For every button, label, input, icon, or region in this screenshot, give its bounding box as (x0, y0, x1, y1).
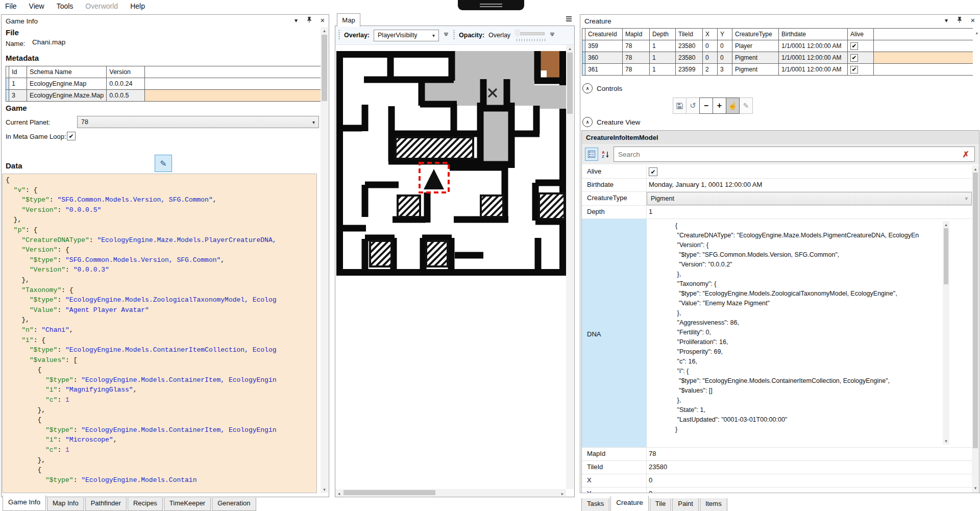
col-y[interactable]: Y (718, 29, 732, 40)
panel-menu-icon[interactable]: ▾ (942, 17, 950, 24)
scrollbar-thumb[interactable] (973, 173, 978, 448)
close-icon[interactable]: × (969, 16, 977, 25)
controls-expander[interactable]: ∧ Controls (582, 83, 622, 93)
alive-checkbox[interactable]: ✔ (850, 66, 858, 74)
property-row-depth[interactable]: Depth 1 (582, 206, 972, 219)
toolbar-grip[interactable] (453, 30, 455, 40)
property-row-birthdate[interactable]: Birthdate Monday, January 1, 0001 12:00:… (582, 179, 972, 192)
collapse-icon[interactable]: ∧ (582, 117, 593, 127)
col-x[interactable]: X (703, 29, 718, 40)
tab-map[interactable]: Map (337, 13, 360, 27)
scrollbar-thumb[interactable] (344, 490, 435, 495)
pin-icon[interactable] (305, 16, 313, 25)
col-depth[interactable]: Depth (650, 29, 676, 40)
property-row-dna[interactable]: DNA { "CreatureDNAType": "EcologyEngine.… (582, 219, 972, 448)
metadata-row[interactable]: 1 EcologyEngine.Map 0.0.0.24 (6, 78, 325, 90)
scrollbar-thumb[interactable] (322, 35, 327, 101)
map-vertical-scrollbar[interactable]: ▴ (566, 45, 574, 489)
scrollbar-thumb[interactable] (567, 53, 573, 114)
col-tileid[interactable]: TileId (676, 29, 703, 40)
overlay-select[interactable]: PlayerVisibilty ▾ (374, 30, 439, 41)
close-icon[interactable]: × (318, 16, 327, 25)
property-row-creaturetype[interactable]: CreatureType Pigment ˅ (582, 192, 972, 206)
col-id[interactable]: Id (9, 66, 27, 78)
scroll-down-icon[interactable]: ▾ (321, 486, 328, 493)
creature-view-expander[interactable]: ∧ Creature View (582, 117, 640, 127)
sort-alphabetical-button[interactable]: AZ (600, 148, 612, 160)
col-schema-name[interactable]: Schema Name (27, 66, 107, 78)
scroll-up-icon[interactable]: ▴ (566, 45, 574, 52)
tab-pathfinder[interactable]: Pathfinder (85, 498, 127, 511)
tab-paint[interactable]: Paint (672, 498, 699, 511)
tab-creature[interactable]: Creature (610, 496, 649, 511)
alive-checkbox[interactable]: ✔ (649, 167, 657, 176)
tab-tasks[interactable]: Tasks (581, 498, 609, 511)
creature-row-selected[interactable]: 36078 123580 00 Pigment1/1/0001 12:00:00… (582, 52, 973, 64)
scroll-up-icon[interactable]: ▴ (321, 27, 328, 34)
property-row-mapid[interactable]: MapId 78 (582, 448, 972, 461)
col-mapid[interactable]: MapId (623, 29, 650, 40)
slider-track[interactable] (519, 32, 545, 35)
tab-items[interactable]: Items (700, 498, 727, 511)
col-version[interactable]: Version (107, 66, 145, 78)
scroll-up-icon[interactable]: ▴ (972, 165, 979, 173)
map-canvas[interactable] (335, 45, 566, 489)
creature-row[interactable]: 35978 123580 00 Player1/1/0001 12:00:00 … (582, 40, 973, 52)
menu-view[interactable]: View (24, 1, 52, 11)
undo-button[interactable]: ↺ (686, 98, 700, 114)
tab-recipes[interactable]: Recipes (128, 498, 163, 511)
game-info-scrollbar[interactable]: ▴ ▾ (321, 27, 328, 493)
metadata-row-selected[interactable]: 3 EcologyEngine.Maze.Map 0.0.0.5 (6, 90, 325, 102)
map-horizontal-scrollbar[interactable]: ◂ ▸ (335, 489, 566, 496)
maze-map-image[interactable] (336, 51, 566, 276)
scroll-down-icon[interactable]: ▾ (972, 484, 979, 492)
pin-icon[interactable] (955, 16, 964, 25)
grid-scroll-up-icon[interactable]: ▴ (975, 30, 978, 35)
menu-tools[interactable]: Tools (52, 1, 81, 11)
col-birthdate[interactable]: Birthdate (779, 29, 848, 40)
alive-checkbox[interactable]: ✔ (850, 54, 858, 62)
edit-button[interactable]: ✎ (739, 98, 753, 114)
property-row-tileid[interactable]: TileId 23580 (582, 461, 972, 474)
opacity-slider[interactable] (514, 29, 545, 41)
toolbar-overflow-icon[interactable] (549, 33, 555, 38)
panel-menu-icon[interactable]: ▾ (292, 17, 300, 24)
meta-game-loop-checkbox[interactable]: ✔ (67, 132, 76, 140)
clear-search-icon[interactable]: ✗ (963, 150, 974, 159)
property-row-x[interactable]: X 0 (582, 474, 972, 488)
property-row-alive[interactable]: Alive ✔ (582, 165, 972, 179)
toolbar-grip[interactable] (338, 30, 340, 40)
tab-map-info[interactable]: Map Info (47, 498, 84, 511)
tab-tile[interactable]: Tile (650, 498, 671, 511)
toolbar-overflow-icon[interactable] (443, 33, 449, 38)
window-menu-icon[interactable] (566, 16, 572, 21)
scroll-right-icon[interactable]: ▸ (560, 490, 565, 497)
tab-timekeeper[interactable]: TimeKeeper (164, 498, 211, 511)
creaturetype-select[interactable]: Pigment ˅ (647, 192, 972, 205)
tab-generation[interactable]: Generation (212, 498, 256, 511)
col-creaturetype[interactable]: CreatureType (732, 29, 779, 40)
select-tool-button[interactable]: ☝ (726, 98, 740, 114)
add-button[interactable]: + (713, 98, 726, 114)
collapse-icon[interactable]: ∧ (582, 83, 593, 93)
property-row-y[interactable]: Y 0 (582, 488, 972, 493)
search-input[interactable] (614, 150, 963, 159)
dna-json-value[interactable]: { "CreatureDNAType": "EcologyEngine.Maze… (675, 221, 941, 446)
current-planet-select[interactable]: 78 ▾ (77, 116, 319, 128)
tab-game-info[interactable]: Game Info (3, 495, 46, 511)
col-creatureid[interactable]: CreatureId (585, 29, 623, 40)
creature-row[interactable]: 36178 123599 23 Pigment1/1/0001 12:00:00… (582, 64, 973, 76)
categorize-button[interactable] (585, 148, 598, 161)
menu-file[interactable]: File (0, 1, 24, 11)
property-grid-scrollbar[interactable]: ▴ ▾ (972, 165, 979, 493)
col-alive[interactable]: Alive (848, 29, 874, 40)
alive-checkbox[interactable]: ✔ (850, 42, 858, 50)
edit-data-button[interactable]: ✎ (155, 155, 172, 172)
map-data-json-editor[interactable]: { "v": { "$type": "SFG.Common.Models.Ver… (2, 174, 317, 493)
scroll-left-icon[interactable]: ◂ (336, 490, 341, 497)
save-button[interactable] (673, 98, 687, 114)
slider-thumb[interactable] (514, 29, 520, 38)
menu-help[interactable]: Help (125, 1, 152, 11)
map-name-field[interactable]: Chani.map (32, 38, 65, 46)
remove-button[interactable]: − (699, 98, 713, 114)
